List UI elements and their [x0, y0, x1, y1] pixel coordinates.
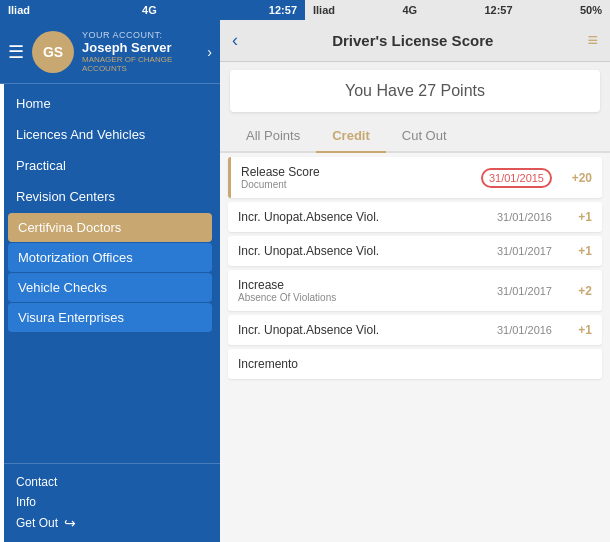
tab-credit[interactable]: Credit	[316, 120, 386, 153]
sidebar-item-vehicle-checks[interactable]: Vehicle Checks	[8, 273, 212, 302]
status-bars: Iliad 4G 12:57 Iliad 4G 12:57 50%	[0, 0, 610, 20]
score-item-2: Incr. Unopat.Absence Viol. 31/01/2017 +1	[228, 236, 602, 266]
score-list: Release Score Document 31/01/2015 +20 In…	[220, 153, 610, 542]
right-header: ‹ Driver's License Score ≡	[220, 20, 610, 62]
score-date-1: 31/01/2016	[497, 211, 552, 223]
score-title-5: Incremento	[238, 357, 542, 371]
network-right: 4G	[402, 4, 417, 16]
your-account-label: YOUR ACCOUNT:	[82, 30, 199, 40]
logout-icon: ↪	[64, 515, 76, 531]
carrier-left: Iliad	[8, 4, 30, 16]
points-banner: You Have 27 Points	[230, 70, 600, 112]
carrier-right: Iliad	[313, 4, 335, 16]
score-item-value: +20	[562, 171, 592, 185]
score-item-title: Release Score	[241, 165, 471, 179]
sidebar-item-practical[interactable]: Practical	[0, 150, 220, 181]
sidebar-item-home[interactable]: Home	[0, 88, 220, 119]
status-bar-right: Iliad 4G 12:57 50%	[305, 0, 610, 20]
user-name: Joseph Server	[82, 40, 199, 55]
info-link[interactable]: Info	[16, 492, 204, 512]
score-title-2: Incr. Unopat.Absence Viol.	[238, 244, 487, 258]
get-out-button[interactable]: Get Out ↪	[16, 512, 204, 534]
main-content: ☰ GS YOUR ACCOUNT: Joseph Server Manager…	[0, 20, 610, 542]
avatar: GS	[32, 31, 74, 73]
page-title: Driver's License Score	[332, 32, 493, 49]
chevron-right-icon[interactable]: ›	[207, 44, 212, 60]
score-title-4: Incr. Unopat.Absence Viol.	[238, 323, 487, 337]
score-value-4: +1	[562, 323, 592, 337]
sidebar-item-motorization[interactable]: Motorization Offices	[8, 243, 212, 272]
score-value-3: +2	[562, 284, 592, 298]
score-item-subtitle: Document	[241, 179, 471, 190]
right-panel: ‹ Driver's License Score ≡ You Have 27 P…	[220, 20, 610, 542]
get-out-label: Get Out	[16, 516, 58, 530]
tab-cut-out[interactable]: Cut Out	[386, 120, 463, 153]
score-item-release: Release Score Document 31/01/2015 +20	[228, 157, 602, 198]
score-date-2: 31/01/2017	[497, 245, 552, 257]
sidebar-footer: Contact Info Get Out ↪	[0, 463, 220, 542]
score-value-1: +1	[562, 210, 592, 224]
score-item-left-4: Incr. Unopat.Absence Viol.	[238, 323, 487, 337]
sidebar: ☰ GS YOUR ACCOUNT: Joseph Server Manager…	[0, 20, 220, 542]
score-title-1: Incr. Unopat.Absence Viol.	[238, 210, 487, 224]
score-item-1: Incr. Unopat.Absence Viol. 31/01/2016 +1	[228, 202, 602, 232]
contact-link[interactable]: Contact	[16, 472, 204, 492]
score-subtitle-3: Absence Of Violations	[238, 292, 487, 303]
score-item-left-2: Incr. Unopat.Absence Viol.	[238, 244, 487, 258]
score-item-date-circled: 31/01/2015	[481, 168, 552, 188]
score-item-3: Increase Absence Of Violations 31/01/201…	[228, 270, 602, 311]
time-right: 12:57	[484, 4, 512, 16]
sidebar-item-certifying[interactable]: Certifvina Doctors	[8, 213, 212, 242]
sidebar-nav: Home Licences And Vehicles Practical Rev…	[0, 84, 220, 463]
score-item-4: Incr. Unopat.Absence Viol. 31/01/2016 +1	[228, 315, 602, 345]
sidebar-item-revision[interactable]: Revision Centers	[0, 181, 220, 212]
score-value-2: +1	[562, 244, 592, 258]
time-left: 12:57	[269, 4, 297, 16]
network-left: 4G	[142, 4, 157, 16]
score-item-left: Release Score Document	[241, 165, 471, 190]
user-role: Manager Of Change Accounts	[82, 55, 199, 73]
score-item-left-3: Increase Absence Of Violations	[238, 278, 487, 303]
tab-all-points[interactable]: All Points	[230, 120, 316, 153]
hamburger-menu-icon[interactable]: ≡	[587, 30, 598, 51]
score-item-left-5: Incremento	[238, 357, 542, 371]
sidebar-edge	[0, 20, 4, 542]
user-info: YOUR ACCOUNT: Joseph Server Manager Of C…	[82, 30, 199, 73]
battery-right: 50%	[580, 4, 602, 16]
status-bar-left: Iliad 4G 12:57	[0, 0, 305, 20]
score-date-4: 31/01/2016	[497, 324, 552, 336]
sidebar-header: ☰ GS YOUR ACCOUNT: Joseph Server Manager…	[0, 20, 220, 84]
menu-icon[interactable]: ☰	[8, 41, 24, 63]
sidebar-item-visura[interactable]: Visura Enterprises	[8, 303, 212, 332]
back-arrow-icon[interactable]: ‹	[232, 30, 238, 51]
score-item-left-1: Incr. Unopat.Absence Viol.	[238, 210, 487, 224]
score-date-3: 31/01/2017	[497, 285, 552, 297]
score-title-3: Increase	[238, 278, 487, 292]
score-item-5: Incremento	[228, 349, 602, 379]
tabs-container: All Points Credit Cut Out	[220, 120, 610, 153]
sidebar-item-licences[interactable]: Licences And Vehicles	[0, 119, 220, 150]
